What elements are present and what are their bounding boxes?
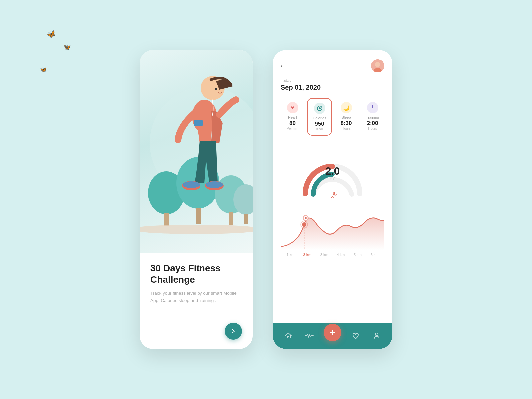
gauge-value: 2.0: [325, 165, 340, 177]
sleep-unit: Hours: [342, 127, 351, 130]
svg-point-25: [302, 222, 306, 227]
date-value: Sep 01, 2020: [281, 84, 384, 91]
home-icon: [284, 332, 292, 340]
challenge-desc: Track your fitness level by our smart Mo…: [150, 290, 242, 304]
calories-label: Calories: [313, 116, 326, 120]
training-unit: Hours: [368, 127, 377, 130]
chart-label-2: 2 km: [299, 253, 316, 257]
sleep-value: 8:30: [340, 120, 352, 127]
gauge-container: 2.0 KM: [296, 144, 369, 203]
challenge-title: 30 Days Fitness Challenge: [150, 263, 242, 285]
chart-svg: [281, 210, 384, 250]
svg-rect-8: [244, 214, 248, 224]
sleep-label: Sleep: [341, 115, 351, 119]
chart-label-6: 6 km: [366, 253, 383, 257]
nav-favorites[interactable]: [349, 329, 362, 342]
chart-label-5: 5 km: [349, 253, 366, 257]
nav-activity[interactable]: [303, 329, 316, 342]
gauge-center: 2.0 KM: [325, 165, 340, 181]
heart-value: 80: [289, 120, 296, 127]
svg-rect-2: [164, 213, 169, 226]
runner-icon: [328, 192, 337, 201]
svg-point-9: [140, 225, 253, 234]
heart-unit: Per min: [287, 127, 298, 130]
svg-point-17: [206, 181, 223, 188]
chevron-right-icon: [230, 328, 237, 335]
phone-left: 30 Days Fitness Challenge Track your fit…: [140, 50, 253, 349]
right-header: ‹: [281, 59, 384, 72]
calories-icon: [314, 103, 325, 114]
activity-icon: [305, 332, 314, 339]
avatar: [371, 59, 384, 72]
avatar-image: [371, 59, 384, 72]
butterfly-3: 🦋: [40, 66, 47, 73]
svg-point-12: [215, 88, 217, 90]
profile-icon: [373, 332, 381, 340]
next-button[interactable]: [225, 323, 242, 340]
svg-point-15: [183, 181, 200, 188]
chart-label-3: 3 km: [316, 253, 332, 257]
training-value: 2:00: [367, 120, 378, 127]
plus-icon: [329, 329, 336, 336]
phone-left-bottom: 30 Days Fitness Challenge Track your fit…: [140, 253, 253, 349]
svg-rect-4: [196, 208, 201, 224]
svg-point-19: [375, 62, 380, 67]
nav-profile[interactable]: [370, 329, 383, 342]
stat-card-calories[interactable]: Calories 950 Kcal: [307, 98, 332, 136]
svg-point-27: [375, 333, 378, 336]
stat-card-heart[interactable]: ♥ Heart 80 Per min: [281, 98, 304, 136]
app-container: 30 Days Fitness Challenge Track your fit…: [140, 50, 392, 349]
stats-row: ♥ Heart 80 Per min Calories 950 Kcal 🌙 S…: [281, 98, 384, 136]
training-icon: ⏱: [367, 102, 378, 113]
illustration-area: [140, 50, 253, 253]
svg-rect-6: [229, 212, 233, 225]
calories-unit: Kcal: [316, 127, 323, 131]
heart-icon: ♥: [287, 102, 298, 113]
chart-label-1: 1 km: [282, 253, 299, 257]
nav-home[interactable]: [282, 329, 295, 342]
date-label: Today: [281, 78, 384, 83]
nav-add-button[interactable]: [324, 324, 341, 341]
heart-label: Heart: [288, 115, 297, 119]
svg-point-22: [319, 107, 321, 109]
chart-section: 1 km 2 km 3 km 4 km 5 km 6 km: [281, 210, 384, 257]
phone-right: ‹ Today Sep 01, 2020 ♥ Heart 80: [273, 50, 392, 349]
svg-rect-13: [194, 120, 203, 126]
back-button[interactable]: ‹: [281, 62, 283, 70]
chart-dot-indicator: [304, 216, 308, 220]
stat-card-sleep[interactable]: 🌙 Sleep 8:30 Hours: [334, 98, 358, 136]
training-label: Training: [366, 115, 379, 119]
butterfly-2: 🦋: [63, 43, 71, 52]
bottom-navigation: [273, 323, 392, 349]
chart-labels: 1 km 2 km 3 km 4 km 5 km 6 km: [281, 253, 384, 257]
runner-illustration: [140, 50, 253, 253]
heart-nav-icon: [352, 332, 360, 340]
chart-label-4: 4 km: [332, 253, 349, 257]
sleep-icon: 🌙: [341, 102, 352, 113]
butterfly-1: 🦋: [45, 29, 57, 40]
right-content: ‹ Today Sep 01, 2020 ♥ Heart 80: [273, 50, 392, 323]
calories-value: 950: [315, 121, 324, 127]
stat-card-training[interactable]: ⏱ Training 2:00 Hours: [361, 98, 384, 136]
gauge-section: 2.0 KM: [281, 144, 384, 203]
